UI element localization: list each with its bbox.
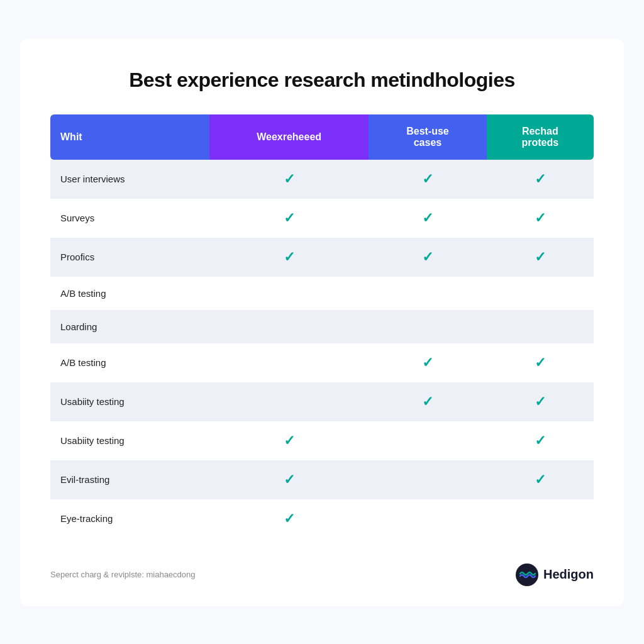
page-title: Best experience research metindhologies [50,69,594,92]
check-icon: ✓ [535,394,546,409]
check-col4: ✓ [487,343,594,382]
check-col4: ✓ [487,421,594,460]
check-icon: ✓ [422,249,433,265]
check-icon: ✓ [535,472,546,487]
th-col-1: Whit [50,114,209,160]
table-row: Loarding [50,310,594,343]
check-col3: ✓ [369,382,486,421]
comparison-table: WhitWeexreheeedBest-usecasesRechadproted… [50,114,594,538]
main-card: Best experience research metindhologies … [20,38,624,606]
check-icon: ✓ [535,355,546,370]
check-col2 [209,310,369,343]
check-icon: ✓ [422,355,433,370]
method-name: Evil-trasting [50,460,209,499]
check-col3: ✓ [369,160,486,199]
check-icon: ✓ [535,249,546,265]
check-col3: ✓ [369,238,486,277]
brand: Hedigon [516,564,594,586]
th-col-2: Weexreheeed [209,114,369,160]
check-icon: ✓ [535,433,546,448]
check-icon: ✓ [535,210,546,226]
method-name: Usabiity testing [50,382,209,421]
check-col4: ✓ [487,160,594,199]
check-col3 [369,277,486,310]
method-name: Proofics [50,238,209,277]
check-col2: ✓ [209,238,369,277]
table-row: Eye-tracking✓ [50,499,594,538]
check-col3: ✓ [369,343,486,382]
check-icon: ✓ [284,171,295,187]
th-col-3: Best-usecases [369,114,486,160]
method-name: User interviews [50,160,209,199]
footer-source: Seperct charg & reviplste: miahaecdong [50,570,196,579]
table-row: Proofics✓✓✓ [50,238,594,277]
table-row: A/B testing [50,277,594,310]
check-icon: ✓ [284,511,295,526]
table-row: Surveys✓✓✓ [50,199,594,238]
check-col2: ✓ [209,199,369,238]
method-name: Usabiity testing [50,421,209,460]
check-icon: ✓ [284,210,295,226]
check-icon: ✓ [422,394,433,409]
check-col2 [209,382,369,421]
check-icon: ✓ [284,249,295,265]
table-row: Evil-trasting✓✓ [50,460,594,499]
check-col3 [369,421,486,460]
method-name: A/B testing [50,277,209,310]
check-col4: ✓ [487,460,594,499]
footer: Seperct charg & reviplste: miahaecdong H… [50,556,594,586]
table-row: Usabiity testing✓✓ [50,382,594,421]
check-col2 [209,277,369,310]
check-icon: ✓ [535,171,546,187]
check-col4: ✓ [487,382,594,421]
check-col3: ✓ [369,199,486,238]
table-row: User interviews✓✓✓ [50,160,594,199]
check-col2: ✓ [209,421,369,460]
check-icon: ✓ [422,171,433,187]
check-col4: ✓ [487,199,594,238]
check-col3 [369,460,486,499]
table-row: A/B testing✓✓ [50,343,594,382]
th-col-4: Rechadproteds [487,114,594,160]
check-icon: ✓ [422,210,433,226]
check-icon: ✓ [284,472,295,487]
check-col4: ✓ [487,238,594,277]
check-icon: ✓ [284,433,295,448]
check-col4 [487,310,594,343]
method-name: Loarding [50,310,209,343]
check-col2: ✓ [209,160,369,199]
brand-logo-icon [516,564,538,586]
method-name: A/B testing [50,343,209,382]
check-col2: ✓ [209,460,369,499]
check-col4 [487,499,594,538]
method-name: Eye-tracking [50,499,209,538]
check-col2: ✓ [209,499,369,538]
check-col2 [209,343,369,382]
check-col3 [369,499,486,538]
check-col3 [369,310,486,343]
brand-name: Hedigon [543,567,594,582]
table-row: Usabiity testing✓✓ [50,421,594,460]
method-name: Surveys [50,199,209,238]
check-col4 [487,277,594,310]
